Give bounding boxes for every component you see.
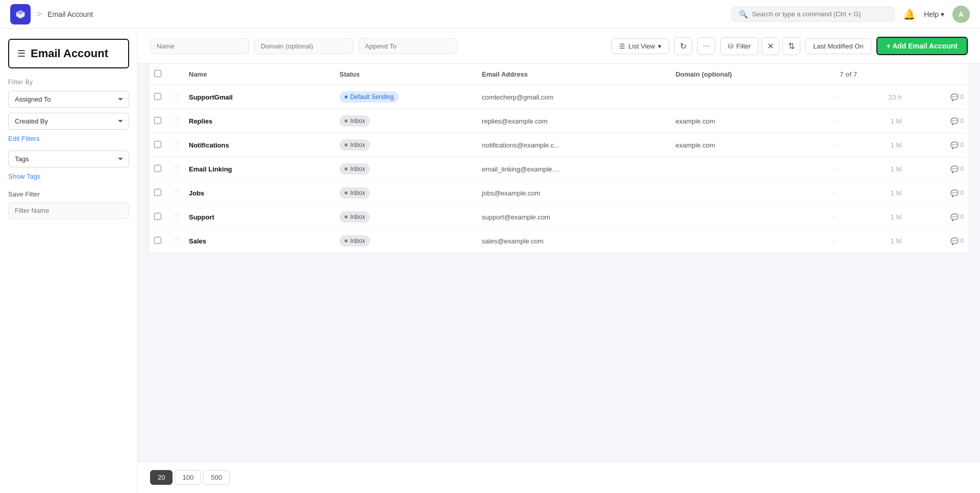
page-100-button[interactable]: 100 <box>175 470 201 485</box>
favorite-cell[interactable]: ♡ <box>168 205 185 229</box>
time-cell: 1 M <box>861 133 905 157</box>
select-all-checkbox[interactable] <box>154 70 161 77</box>
comment-icon: 💬 <box>950 117 959 125</box>
spacer-cell <box>905 181 923 205</box>
dash-cell: - <box>807 133 861 157</box>
domain-cell: example.com <box>671 109 807 133</box>
list-view-button[interactable]: ☰ List View ▾ <box>611 38 669 54</box>
domain-cell <box>671 157 807 181</box>
logo[interactable] <box>10 4 31 24</box>
time-cell: 1 M <box>861 109 905 133</box>
row-checkbox-cell[interactable] <box>150 85 168 109</box>
sidebar: ☰ Email Account Filter By Assigned To Cr… <box>0 29 138 493</box>
comment-cell: 💬 0 <box>923 109 968 133</box>
last-modified-button[interactable]: Last Modified On <box>805 38 871 54</box>
comment-count: 0 <box>960 165 964 172</box>
row-checkbox[interactable] <box>154 165 161 172</box>
heart-icon[interactable]: ♡ <box>173 93 180 102</box>
search-bar[interactable]: 🔍 <box>731 7 895 22</box>
append-to-input[interactable] <box>358 38 457 54</box>
page-title: Email Account <box>31 47 108 60</box>
favorite-cell[interactable]: ♡ <box>168 157 185 181</box>
page-500-button[interactable]: 500 <box>203 470 230 485</box>
heart-icon[interactable]: ♡ <box>173 165 180 174</box>
row-checkbox[interactable] <box>154 141 161 148</box>
tags-select[interactable]: Tags <box>8 151 129 167</box>
more-options-button[interactable]: ··· <box>697 37 715 55</box>
status-dot <box>345 239 348 242</box>
name-search-input[interactable] <box>150 38 249 54</box>
row-checkbox[interactable] <box>154 117 161 124</box>
assigned-to-select[interactable]: Assigned To <box>8 91 129 108</box>
heart-icon[interactable]: ♡ <box>173 213 180 221</box>
heart-icon[interactable]: ♡ <box>173 189 180 198</box>
edit-filters-link[interactable]: Edit Filters <box>8 135 129 142</box>
row-checkbox-cell[interactable] <box>150 205 168 229</box>
created-by-select[interactable]: Created By <box>8 113 129 130</box>
header-comments <box>923 64 968 85</box>
comment-icon: 💬 <box>950 141 959 149</box>
status-cell: Inbox <box>335 157 478 181</box>
add-email-account-button[interactable]: + Add Email Account <box>876 37 968 55</box>
clear-filter-button[interactable]: ✕ <box>762 37 779 55</box>
time-cell: 23 h <box>861 85 905 109</box>
status-badge: Inbox <box>339 139 370 151</box>
domain-cell <box>671 205 807 229</box>
comment-count: 0 <box>960 189 964 196</box>
row-checkbox-cell[interactable] <box>150 157 168 181</box>
comment-icon: 💬 <box>950 165 959 173</box>
header-record-count: 7 of 7 <box>807 64 861 85</box>
table-row: ♡ Sales Inbox sales@example.com - 1 M 💬 … <box>150 229 968 253</box>
table-row: ♡ Jobs Inbox jobs@example.com - 1 M 💬 0 <box>150 181 968 205</box>
row-checkbox-cell[interactable] <box>150 181 168 205</box>
comment-icon: 💬 <box>950 237 959 245</box>
help-button[interactable]: Help ▾ <box>924 10 944 18</box>
avatar[interactable]: A <box>952 6 970 23</box>
table-row: ♡ Replies Inbox replies@example.com exam… <box>150 109 968 133</box>
refresh-button[interactable]: ↻ <box>674 37 692 55</box>
sort-button[interactable]: ⇅ <box>782 37 800 55</box>
toolbar-actions: ☰ List View ▾ ↻ ··· ⛁ Filter ✕ ⇅ <box>611 37 968 55</box>
email-cell: notifications@example.c... <box>478 133 671 157</box>
page-20-button[interactable]: 20 <box>150 470 173 485</box>
time-cell: 1 M <box>861 229 905 253</box>
dash-cell: - <box>807 109 861 133</box>
status-dot <box>345 143 348 146</box>
spacer-cell <box>905 133 923 157</box>
status-dot <box>345 215 348 218</box>
page-layout: ☰ Email Account Filter By Assigned To Cr… <box>0 29 980 493</box>
dash-cell: - <box>807 205 861 229</box>
favorite-cell[interactable]: ♡ <box>168 133 185 157</box>
show-tags-link[interactable]: Show Tags <box>8 172 129 180</box>
favorite-cell[interactable]: ♡ <box>168 229 185 253</box>
table-area: Name Status Email Address Domain (option… <box>138 64 980 461</box>
heart-icon[interactable]: ♡ <box>173 141 180 150</box>
filter-button[interactable]: ⛁ Filter <box>720 37 758 55</box>
row-checkbox-cell[interactable] <box>150 109 168 133</box>
header-select-all[interactable] <box>150 64 168 85</box>
row-checkbox[interactable] <box>154 189 161 196</box>
table-header-row: Name Status Email Address Domain (option… <box>150 64 968 85</box>
heart-icon[interactable]: ♡ <box>173 237 180 245</box>
favorite-cell[interactable]: ♡ <box>168 181 185 205</box>
search-input[interactable] <box>752 10 887 18</box>
row-checkbox[interactable] <box>154 213 161 220</box>
row-checkbox[interactable] <box>154 237 161 244</box>
status-cell: Default Sending <box>335 85 478 109</box>
favorite-cell[interactable]: ♡ <box>168 109 185 133</box>
page-title-box: ☰ Email Account <box>8 39 129 68</box>
filter-name-input[interactable] <box>8 202 129 219</box>
favorite-cell[interactable]: ♡ <box>168 85 185 109</box>
notification-bell-icon[interactable]: 🔔 <box>903 8 916 20</box>
header-status: Status <box>335 64 478 85</box>
row-checkbox[interactable] <box>154 93 161 100</box>
row-checkbox-cell[interactable] <box>150 133 168 157</box>
comment-cell: 💬 0 <box>923 85 968 109</box>
domain-search-input[interactable] <box>254 38 353 54</box>
row-checkbox-cell[interactable] <box>150 229 168 253</box>
heart-icon[interactable]: ♡ <box>173 117 180 126</box>
name-cell: SupportGmail <box>185 85 335 109</box>
navbar-right: 🔍 🔔 Help ▾ A <box>731 6 970 23</box>
status-dot <box>345 119 348 122</box>
name-cell: Notifications <box>185 133 335 157</box>
